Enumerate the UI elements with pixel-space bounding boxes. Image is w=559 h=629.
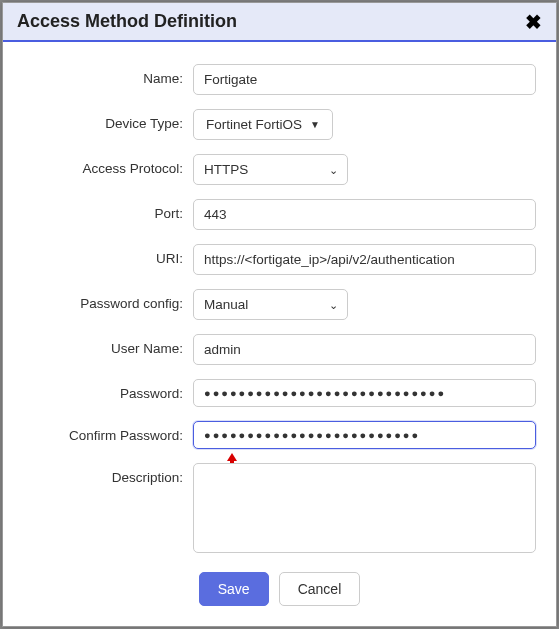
row-access-protocol: Access Protocol: HTTPS ⌄ (23, 154, 536, 185)
label-uri: URI: (23, 244, 193, 266)
name-input[interactable] (193, 64, 536, 95)
save-button[interactable]: Save (199, 572, 269, 606)
caret-down-icon: ▼ (310, 119, 320, 130)
row-description: Description: (23, 463, 536, 557)
row-uri: URI: (23, 244, 536, 275)
access-protocol-select[interactable]: HTTPS (193, 154, 348, 185)
label-access-protocol: Access Protocol: (23, 154, 193, 176)
description-textarea[interactable] (193, 463, 536, 553)
user-name-input[interactable] (193, 334, 536, 365)
row-confirm-password: Confirm Password: REST API ACCESS TOKEN (23, 421, 536, 449)
label-device-type: Device Type: (23, 109, 193, 131)
password-input[interactable] (193, 379, 536, 407)
row-password: Password: (23, 379, 536, 407)
row-device-type: Device Type: Fortinet FortiOS ▼ (23, 109, 536, 140)
form-body: Name: Device Type: Fortinet FortiOS ▼ Ac… (3, 42, 556, 558)
cancel-button[interactable]: Cancel (279, 572, 361, 606)
close-icon[interactable]: ✖ (525, 12, 542, 32)
dialog-footer: Save Cancel (3, 558, 556, 626)
row-user-name: User Name: (23, 334, 536, 365)
label-description: Description: (23, 463, 193, 485)
uri-input[interactable] (193, 244, 536, 275)
confirm-password-input[interactable] (193, 421, 536, 449)
access-method-dialog: Access Method Definition ✖ Name: Device … (2, 2, 557, 627)
row-password-config: Password config: Manual ⌄ (23, 289, 536, 320)
label-user-name: User Name: (23, 334, 193, 356)
label-password-config: Password config: (23, 289, 193, 311)
label-confirm-password: Confirm Password: (23, 421, 193, 443)
device-type-dropdown[interactable]: Fortinet FortiOS ▼ (193, 109, 333, 140)
device-type-value: Fortinet FortiOS (206, 117, 302, 132)
password-config-select[interactable]: Manual (193, 289, 348, 320)
label-password: Password: (23, 379, 193, 401)
row-name: Name: (23, 64, 536, 95)
label-name: Name: (23, 64, 193, 86)
dialog-header: Access Method Definition ✖ (3, 3, 556, 42)
row-port: Port: (23, 199, 536, 230)
label-port: Port: (23, 199, 193, 221)
port-input[interactable] (193, 199, 536, 230)
dialog-title: Access Method Definition (17, 11, 237, 32)
